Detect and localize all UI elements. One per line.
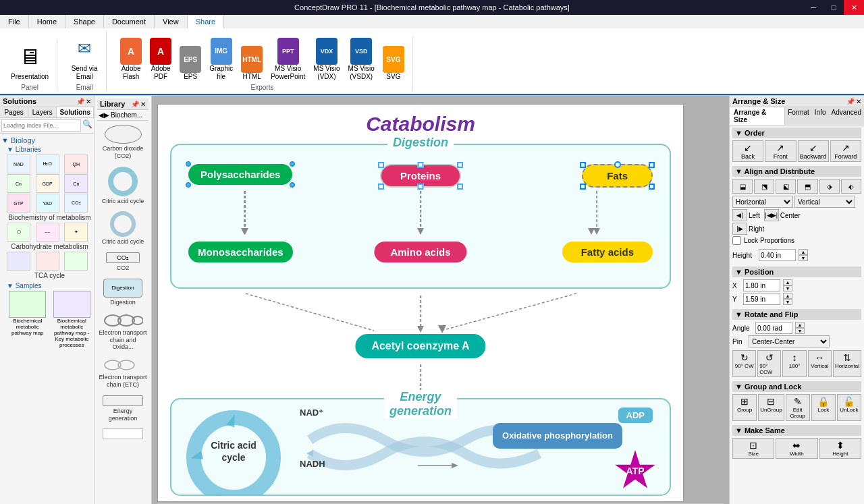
minimize-button[interactable]: ─ xyxy=(803,0,824,15)
forward-button[interactable]: ↗ Forward xyxy=(830,140,861,162)
search-icon[interactable]: 🔍 xyxy=(82,119,92,132)
edit-group-button[interactable]: ✎ Edit Group xyxy=(786,394,810,421)
align-center-h-button[interactable]: ⬔ xyxy=(754,179,774,194)
solutions-pin-icon[interactable]: 📌 xyxy=(76,98,84,105)
align-left-button[interactable]: ⬓ xyxy=(732,179,753,194)
order-header[interactable]: ▼ Order xyxy=(732,128,861,138)
tab-format[interactable]: Format xyxy=(785,107,812,125)
svg-button[interactable]: SVG SVG xyxy=(380,45,407,82)
angle-up-button[interactable]: ▲ xyxy=(795,322,805,328)
co2-small-shape[interactable]: CO₂ CO2 xyxy=(99,251,147,272)
solutions-close-icon[interactable]: ✕ xyxy=(86,98,91,105)
sample-2[interactable]: Biochemical metabolic pathway map - Key … xyxy=(51,291,93,348)
amino-acids-pill[interactable]: Amino acids xyxy=(374,242,466,262)
lib-item-9[interactable]: CO₂ xyxy=(64,194,88,213)
library-pin-icon[interactable]: 📌 xyxy=(131,101,139,108)
tab-layers[interactable]: Layers xyxy=(28,107,57,117)
ms-visio-vdx-button[interactable]: VDX MS Visio(VDX) xyxy=(310,36,342,82)
y-down-button[interactable]: ▼ xyxy=(783,299,792,305)
polysaccharides-pill[interactable]: Polysaccharides xyxy=(188,164,292,185)
angle-input[interactable] xyxy=(755,322,792,334)
height-down-button[interactable]: ▼ xyxy=(799,255,808,261)
solutions-search[interactable] xyxy=(1,119,81,132)
adobe-flash-button[interactable]: A AdobeFlash xyxy=(117,36,144,82)
lib-item-14[interactable] xyxy=(36,252,59,271)
maximize-button[interactable]: □ xyxy=(824,0,844,15)
tab-advanced[interactable]: Advanced xyxy=(829,107,864,125)
adobe-pdf-button[interactable]: A AdobePDF xyxy=(147,36,174,82)
align-top-button[interactable]: ⬒ xyxy=(797,179,817,194)
vertical-select[interactable]: Vertical xyxy=(794,196,855,208)
flip-horizontal-button[interactable]: ⇅ Horizontal xyxy=(833,350,861,377)
biology-section[interactable]: ▼ Biology xyxy=(1,135,92,146)
x-up-button[interactable]: ▲ xyxy=(783,279,792,285)
lib-item-13[interactable] xyxy=(7,252,30,271)
fats-pill[interactable]: Fats xyxy=(582,164,653,188)
tab-shape[interactable]: Shape xyxy=(65,15,104,28)
tab-home[interactable]: Home xyxy=(29,15,65,28)
align-header[interactable]: ▼ Align and Distribute xyxy=(732,166,861,177)
group-button[interactable]: ⊞ Group xyxy=(732,394,757,421)
pin-select[interactable]: Center-Center xyxy=(749,335,830,347)
rotate-90cw-button[interactable]: ↻ 90° CW xyxy=(732,350,756,377)
digestion-shape[interactable]: Digestion Digestion xyxy=(99,277,147,306)
sub-left-button[interactable]: ◀| xyxy=(732,209,747,221)
tab-share[interactable]: Share xyxy=(188,15,224,28)
canvas-area[interactable]: Catabolism Digestion Polysaccharides xyxy=(152,96,729,504)
align-right-button[interactable]: ⬕ xyxy=(776,179,796,194)
tab-info[interactable]: Info xyxy=(812,107,829,125)
graphic-file-button[interactable]: IMG Graphicfile xyxy=(207,36,236,82)
html-button[interactable]: HTML HTML xyxy=(238,45,265,82)
proteins-pill[interactable]: Proteins xyxy=(380,164,461,188)
height-up-button[interactable]: ▲ xyxy=(799,249,808,255)
lib-item-3[interactable]: QH xyxy=(64,155,88,173)
position-header[interactable]: ▼ Position xyxy=(732,267,861,277)
breadcrumb-back[interactable]: ◀ xyxy=(99,111,104,119)
same-height-button[interactable]: ⬍ Height xyxy=(819,438,861,459)
lib-item-8[interactable]: YAD xyxy=(36,194,59,213)
lib-item-4[interactable]: Cn xyxy=(7,174,30,193)
chain-shape-1[interactable]: Electron transportchain and Oxida... xyxy=(99,312,147,351)
fatty-acids-pill[interactable]: Fatty acids xyxy=(562,242,653,262)
same-size-button[interactable]: ⊡ Size xyxy=(732,438,774,459)
front-button[interactable]: ↗ Front xyxy=(765,140,796,162)
citric-ring2-shape[interactable]: Citric acid cycle xyxy=(99,210,147,246)
arrange-close-icon[interactable]: ✕ xyxy=(856,98,861,105)
lib-item-11[interactable]: ~~ xyxy=(36,223,59,242)
citric-ring-shape[interactable]: Citric acid cycle xyxy=(99,165,147,205)
unlock-button[interactable]: 🔓 UnLock xyxy=(837,394,861,421)
send-email-button[interactable]: ✉ Send viaEmail xyxy=(68,31,101,82)
rotate-90ccw-button[interactable]: ↺ 90° CCW xyxy=(757,350,781,377)
rotate-header[interactable]: ▼ Rotate and Flip xyxy=(732,309,861,320)
x-down-button[interactable]: ▼ xyxy=(783,285,792,291)
lock-proportions-checkbox[interactable] xyxy=(732,236,741,245)
lib-item-7[interactable]: GTP xyxy=(7,194,30,213)
backward-button[interactable]: ↙ Backward xyxy=(798,140,829,162)
same-width-button[interactable]: ⬌ Width xyxy=(776,438,817,459)
height-input[interactable] xyxy=(759,249,796,261)
y-up-button[interactable]: ▲ xyxy=(783,293,792,299)
group-lock-header[interactable]: ▼ Group and Lock xyxy=(732,381,861,392)
lib-item-5[interactable]: GDP xyxy=(36,174,59,193)
library-close-icon[interactable]: ✕ xyxy=(140,101,146,108)
tab-solutions[interactable]: Solutions xyxy=(57,107,94,117)
chain-shape-2[interactable]: Electron transportchain (ETC) xyxy=(99,356,147,389)
rotate-180-button[interactable]: ↕ 180° xyxy=(782,350,806,377)
horizontal-select[interactable]: Horizontal xyxy=(732,196,793,208)
tab-arrange-size[interactable]: Arrange & Size xyxy=(730,107,785,125)
lib-item-10[interactable]: ⬡ xyxy=(7,223,30,242)
ms-visio-ppt-button[interactable]: PPT MS VisioPowerPoint xyxy=(268,36,308,82)
tab-view[interactable]: View xyxy=(155,15,188,28)
tab-file[interactable]: File xyxy=(0,15,29,28)
energy-gen-shape[interactable]: Energy generation xyxy=(99,394,147,422)
sub-center-button[interactable]: |◀▶| xyxy=(764,209,779,221)
lib-item-6[interactable]: Cn xyxy=(64,174,88,193)
sub-right-button[interactable]: |▶ xyxy=(732,223,747,235)
lib-item-15[interactable] xyxy=(64,252,88,271)
tab-document[interactable]: Document xyxy=(104,15,155,28)
ungroup-button[interactable]: ⊟ UnGroup xyxy=(758,394,784,421)
angle-down-button[interactable]: ▼ xyxy=(795,328,805,334)
sample-1[interactable]: Biochemical metabolic pathway map xyxy=(7,291,49,348)
empty-shape[interactable] xyxy=(99,427,147,441)
align-bottom-button[interactable]: ⬖ xyxy=(841,179,861,194)
